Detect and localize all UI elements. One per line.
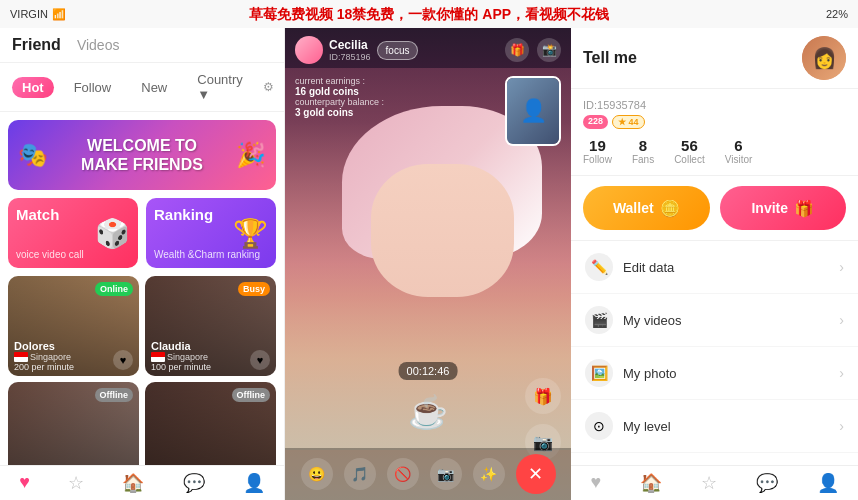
menu-item-host[interactable]: ✅ Host certification ›: [571, 453, 858, 465]
right-nav-star[interactable]: ☆: [701, 472, 717, 494]
edit-label: Edit data: [623, 260, 839, 275]
status-right: 22%: [826, 8, 848, 20]
photo-icon: 🖼️: [585, 359, 613, 387]
star-icon: ☆: [701, 472, 717, 494]
right-nav-home[interactable]: 🏠: [640, 472, 662, 494]
user-avatar: 👩: [802, 36, 846, 80]
user-card[interactable]: Offline User3: [8, 382, 139, 465]
right-panel: Tell me 👩 ID:15935784 228 ★ 44 19 Follow: [571, 28, 858, 500]
video-small-preview[interactable]: 👤: [505, 76, 561, 146]
fans-stat: 8 Fans: [632, 137, 654, 165]
nav-item-star[interactable]: ☆: [68, 472, 84, 494]
collect-value: 56: [674, 137, 705, 154]
profile-id: ID:15935784: [583, 99, 846, 111]
left-tabs: Hot Follow New Country ▼ ⚙: [0, 63, 284, 112]
effects-ctrl-btn[interactable]: ✨: [473, 458, 505, 490]
battery-text: 22%: [826, 8, 848, 20]
level-label: My level: [623, 419, 839, 434]
follow-value: 19: [583, 137, 612, 154]
user-status-offline: Offline: [232, 388, 271, 402]
chat-nav-icon: 💬: [183, 472, 205, 494]
video-timer: 00:12:46: [399, 362, 458, 380]
arrow-icon: ›: [839, 312, 844, 328]
fans-value: 8: [632, 137, 654, 154]
tab-new[interactable]: New: [131, 77, 177, 98]
music-ctrl-btn[interactable]: 🎵: [344, 458, 376, 490]
nav-item-heart[interactable]: ♥: [19, 472, 30, 494]
follow-stat: 19 Follow: [583, 137, 612, 165]
wallet-btn-text: Wallet: [613, 200, 654, 216]
welcome-text: WELCOME TO MAKE FRIENDS: [81, 136, 203, 174]
feature-cards: Match voice video call 🎲 Ranking Wealth …: [0, 198, 284, 276]
panels-container: Friend Videos Hot Follow New Country ▼ ⚙…: [0, 28, 858, 500]
user-status-busy: Busy: [238, 282, 270, 296]
tab-hot[interactable]: Hot: [12, 77, 54, 98]
menu-item-videos[interactable]: 🎬 My videos ›: [571, 294, 858, 347]
invite-icon: 🎁: [794, 199, 814, 218]
chat-icon: 💬: [756, 472, 778, 494]
user-card[interactable]: Offline User4: [145, 382, 276, 465]
collect-label: Collect: [674, 154, 705, 165]
video-top-bar: Cecilia ID:785196 focus 🎁 📸: [285, 28, 571, 72]
videos-icon: 🎬: [585, 306, 613, 334]
arrow-icon: ›: [839, 259, 844, 275]
bottom-nav: ♥ ☆ 🏠 💬 👤: [0, 465, 284, 500]
profile-icon: 👤: [817, 472, 839, 494]
invite-btn-text: Invite: [751, 200, 788, 216]
ranking-subtitle: Wealth &Charm ranking: [154, 249, 268, 260]
carrier-text: VIRGIN: [10, 8, 48, 20]
invite-button[interactable]: Invite 🎁: [720, 186, 847, 230]
heart-icon[interactable]: ♥: [250, 350, 270, 370]
user-card[interactable]: Busy Claudia Singapore 100 per minute ♥: [145, 276, 276, 376]
match-card[interactable]: Match voice video call 🎲: [8, 198, 138, 268]
ad-banner[interactable]: 草莓免费视频 18禁免费，一款你懂的 APP，看视频不花钱: [0, 0, 858, 28]
user-name: Claudia: [151, 340, 270, 352]
user-card[interactable]: Online Dolores Singapore 200 per minute …: [8, 276, 139, 376]
menu-item-photo[interactable]: 🖼️ My photo ›: [571, 347, 858, 400]
fans-label: Fans: [632, 154, 654, 165]
star-badge: ★ 44: [612, 115, 645, 129]
user-name: Dolores: [14, 340, 133, 352]
focus-button[interactable]: focus: [377, 41, 419, 60]
filter-icon[interactable]: ⚙: [263, 80, 274, 94]
videos-tab[interactable]: Videos: [77, 37, 120, 53]
right-panel-title: Tell me: [583, 49, 637, 67]
gift-icon-btn[interactable]: 🎁: [505, 38, 529, 62]
close-call-btn[interactable]: ✕: [516, 454, 556, 494]
right-nav-heart[interactable]: ♥: [590, 472, 601, 494]
arrow-icon: ›: [839, 365, 844, 381]
nav-item-home[interactable]: 🏠: [122, 472, 144, 494]
follow-label: Follow: [583, 154, 612, 165]
video-user-details: Cecilia ID:785196: [329, 38, 371, 62]
emoji-ctrl-btn[interactable]: 😀: [301, 458, 333, 490]
mute-ctrl-btn[interactable]: 🚫: [387, 458, 419, 490]
menu-item-edit[interactable]: ✏️ Edit data ›: [571, 241, 858, 294]
counterparty-value: 3 gold coins: [295, 107, 384, 118]
user-status-online: Online: [95, 282, 133, 296]
tab-country[interactable]: Country ▼: [187, 69, 253, 105]
nav-item-profile[interactable]: 👤: [243, 472, 265, 494]
tab-follow[interactable]: Follow: [64, 77, 122, 98]
top-banner: VIRGIN 📶 草莓免费视频 18禁免费，一款你懂的 APP，看视频不花钱 2…: [0, 0, 858, 28]
heart-nav-icon: ♥: [19, 472, 30, 493]
heart-icon[interactable]: ♥: [113, 350, 133, 370]
home-icon: 🏠: [640, 472, 662, 494]
video-earnings: current earnings : 16 gold coins counter…: [295, 76, 384, 118]
right-nav-chat[interactable]: 💬: [756, 472, 778, 494]
profile-section: ID:15935784 228 ★ 44 19 Follow 8 Fans: [571, 89, 858, 176]
right-nav-profile[interactable]: 👤: [817, 472, 839, 494]
profile-stats: 19 Follow 8 Fans 56 Collect 6 Visitor: [583, 137, 846, 165]
camera-ctrl-btn[interactable]: 📷: [430, 458, 462, 490]
nav-item-chat[interactable]: 💬: [183, 472, 205, 494]
collect-stat: 56 Collect: [674, 137, 705, 165]
ranking-card[interactable]: Ranking Wealth &Charm ranking 🏆: [146, 198, 276, 268]
wallet-button[interactable]: Wallet 🪙: [583, 186, 710, 230]
gift-action-btn[interactable]: 🎁: [525, 378, 561, 414]
status-left: VIRGIN 📶: [10, 8, 66, 21]
profile-nav-icon: 👤: [243, 472, 265, 494]
screenshot-icon-btn[interactable]: 📸: [537, 38, 561, 62]
home-nav-icon: 🏠: [122, 472, 144, 494]
action-buttons: Wallet 🪙 Invite 🎁: [571, 176, 858, 241]
menu-item-level[interactable]: ⊙ My level ›: [571, 400, 858, 453]
level-badge: 228: [583, 115, 608, 129]
